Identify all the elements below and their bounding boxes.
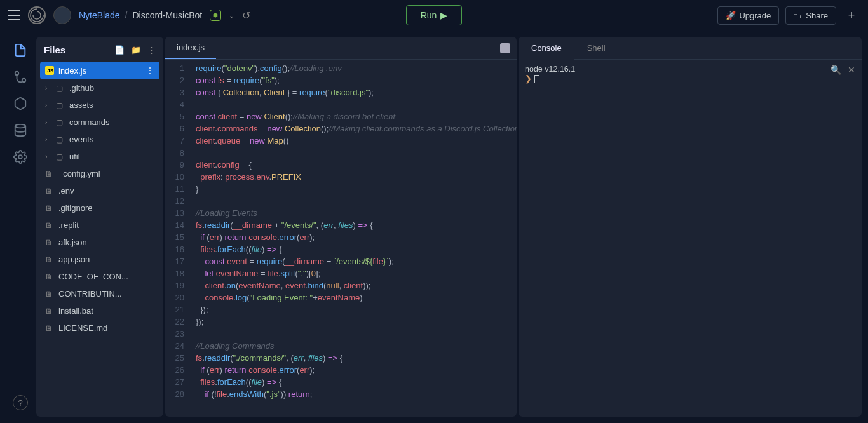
svg-point-0 — [15, 72, 19, 76]
breadcrumb: NyteBlade / Discord-MusicBot — [79, 10, 202, 20]
breadcrumb-separator: / — [125, 10, 128, 20]
folder-icon: ▢ — [56, 135, 65, 144]
breadcrumb-user[interactable]: NyteBlade — [79, 10, 120, 20]
share-button[interactable]: ⁺₊Share — [785, 6, 836, 25]
editor-tab-active[interactable]: index.js — [165, 37, 216, 59]
file-item[interactable]: 🗎.env — [40, 182, 159, 199]
svg-point-1 — [22, 79, 26, 83]
file-item[interactable]: 🗎app.json — [40, 251, 159, 268]
chevron-right-icon: › — [45, 84, 51, 91]
version-control-rail-icon[interactable] — [13, 70, 27, 84]
help-icon[interactable]: ? — [13, 395, 28, 410]
upgrade-button[interactable]: 🚀Upgrade — [717, 6, 779, 25]
file-item[interactable]: JSindex.js⋮ — [40, 62, 159, 79]
file-icon: 🗎 — [45, 307, 54, 316]
chevron-right-icon: › — [45, 102, 51, 109]
folder-icon: ▢ — [56, 101, 65, 110]
file-tree: JSindex.js⋮›▢.github›▢assets›▢commands›▢… — [36, 62, 163, 417]
file-name: util — [69, 152, 80, 161]
file-icon: 🗎 — [45, 238, 54, 247]
console-panel: Console Shell 🔍 ✕ node v12.16.1 ❯ — [519, 37, 862, 417]
file-icon: 🗎 — [45, 204, 54, 213]
file-name: LICENSE.md — [58, 323, 107, 333]
file-item[interactable]: 🗎.replit — [40, 217, 159, 234]
file-icon: 🗎 — [45, 324, 54, 333]
file-item[interactable]: 🗎LICENSE.md — [40, 319, 159, 337]
file-item[interactable]: ›▢commands — [40, 114, 159, 131]
chevron-right-icon: › — [45, 153, 51, 160]
console-tabs: Console Shell — [519, 37, 862, 60]
file-more-icon[interactable]: ⋮ — [146, 65, 154, 76]
js-file-icon: JS — [45, 66, 54, 75]
chevron-down-icon[interactable]: ⌄ — [229, 11, 234, 20]
close-icon[interactable]: ✕ — [848, 65, 855, 75]
folder-icon: ▢ — [56, 118, 65, 127]
new-file-icon[interactable]: 📄 — [114, 45, 125, 55]
chevron-right-icon: › — [45, 136, 51, 143]
stop-indicator-icon[interactable] — [500, 43, 510, 53]
settings-rail-icon[interactable] — [13, 150, 27, 164]
file-item[interactable]: ›▢assets — [40, 97, 159, 114]
menu-icon[interactable] — [8, 10, 20, 20]
files-title: Files — [44, 44, 65, 55]
file-item[interactable]: ›▢.github — [40, 79, 159, 97]
file-item[interactable]: ›▢events — [40, 131, 159, 148]
chevron-right-icon: › — [45, 119, 51, 126]
file-name: assets — [69, 100, 93, 110]
file-item[interactable]: 🗎install.bat — [40, 302, 159, 319]
database-rail-icon[interactable] — [13, 123, 27, 137]
files-panel: Files 📄 📁 ⋮ JSindex.js⋮›▢.github›▢assets… — [36, 37, 163, 417]
packages-rail-icon[interactable] — [13, 97, 27, 111]
file-name: events — [69, 135, 93, 144]
file-name: CONTRIBUTIN... — [58, 289, 122, 299]
file-item[interactable]: ›▢util — [40, 148, 159, 165]
file-item[interactable]: 🗎_config.yml — [40, 165, 159, 182]
file-name: .github — [69, 83, 94, 93]
upgrade-label: Upgrade — [739, 11, 771, 20]
run-button[interactable]: Run▶ — [406, 5, 463, 25]
svg-point-2 — [15, 124, 26, 128]
shell-tab[interactable]: Shell — [574, 37, 618, 59]
search-icon[interactable]: 🔍 — [831, 65, 841, 75]
share-label: Share — [806, 11, 828, 20]
new-folder-icon[interactable]: 📁 — [131, 45, 141, 55]
file-icon: 🗎 — [45, 221, 54, 230]
console-tab[interactable]: Console — [519, 37, 574, 60]
svg-point-3 — [18, 155, 22, 159]
replit-logo-icon[interactable] — [28, 6, 46, 24]
file-icon: 🗎 — [45, 255, 54, 264]
share-icon: ⁺₊ — [794, 11, 803, 20]
file-name: _config.yml — [58, 169, 100, 178]
file-icon: 🗎 — [45, 272, 54, 281]
more-icon[interactable]: ⋮ — [147, 45, 156, 55]
file-name: afk.json — [58, 238, 87, 247]
folder-icon: ▢ — [56, 84, 65, 93]
header: NyteBlade / Discord-MusicBot ⬢ ⌄ ↺ Run▶ … — [0, 0, 868, 30]
file-item[interactable]: 🗎CONTRIBUTIN... — [40, 285, 159, 302]
file-icon: 🗎 — [45, 170, 54, 178]
file-item[interactable]: 🗎.gitignore — [40, 199, 159, 217]
editor-tabs: index.js — [165, 37, 517, 60]
play-icon: ▶ — [440, 10, 447, 20]
file-name: .replit — [58, 220, 79, 230]
left-rail: ? — [6, 37, 34, 417]
file-name: index.js — [58, 66, 86, 76]
file-name: .env — [58, 186, 74, 196]
history-icon[interactable]: ↺ — [242, 10, 250, 22]
file-name: install.bat — [58, 306, 93, 316]
breadcrumb-repo[interactable]: Discord-MusicBot — [132, 10, 202, 20]
add-button[interactable]: + — [843, 6, 860, 24]
file-icon: 🗎 — [45, 187, 54, 196]
language-badge-icon[interactable]: ⬢ — [210, 10, 221, 21]
file-item[interactable]: 🗎CODE_OF_CON... — [40, 268, 159, 285]
user-avatar[interactable] — [53, 6, 71, 24]
code-area[interactable]: require("dotenv").config();//Loading .en… — [191, 60, 517, 417]
file-name: commands — [69, 117, 110, 127]
rocket-icon: 🚀 — [726, 11, 736, 20]
file-name: CODE_OF_CON... — [58, 272, 128, 281]
editor-body[interactable]: 1234567891011121314151617181920212223242… — [165, 60, 517, 417]
files-rail-icon[interactable] — [13, 43, 27, 57]
console-body[interactable]: 🔍 ✕ node v12.16.1 ❯ — [519, 60, 862, 417]
file-item[interactable]: 🗎afk.json — [40, 234, 159, 251]
console-output: node v12.16.1 — [525, 65, 855, 74]
